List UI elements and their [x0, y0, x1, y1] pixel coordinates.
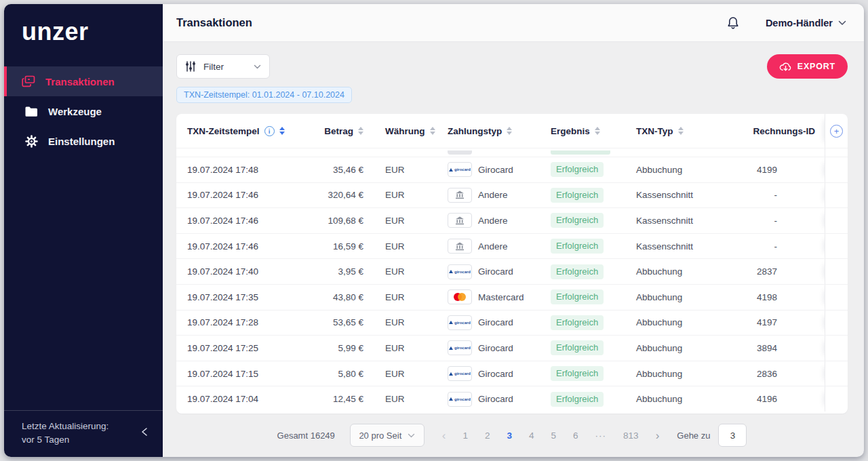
notifications-bell-icon[interactable] [726, 16, 740, 31]
info-icon[interactable] [264, 126, 275, 136]
column-header[interactable]: Zahlungstyp [438, 126, 541, 136]
result-badge: Erfolgreich [551, 340, 604, 355]
invoice-id-cell: 4198 [719, 292, 825, 302]
invoice-id-cell: 4199 [719, 165, 825, 175]
payment-type-cell: Mastercard [438, 289, 541, 304]
chevron-down-icon [838, 20, 846, 26]
page-number-1[interactable]: 1 [463, 430, 469, 441]
column-label: Zahlungstyp [448, 126, 502, 136]
page-size-select[interactable]: 20 pro Seit [350, 424, 425, 447]
table-row[interactable]: 19.07.2024 17:46 109,68 € EUR Andere Erf… [176, 207, 848, 233]
invoice-id-cell: 3894 [719, 343, 825, 353]
table-row[interactable]: 19.07.2024 17:04 12,45 € EUR girocard Gi… [176, 386, 848, 412]
result-cell: Erfolgreich [541, 340, 627, 355]
sort-icon[interactable] [279, 127, 285, 135]
txn-type-cell: Abbuchung [627, 165, 719, 175]
table-row[interactable]: 19.07.2024 17:25 5,99 € EUR girocard Gir… [176, 335, 848, 361]
gear-icon [24, 135, 38, 148]
row-action-cell [825, 361, 848, 386]
txn-timestamp-filter-chip[interactable]: TXN-Zeitstempel: 01.01.2024 - 07.10.2024 [176, 87, 352, 103]
table-row-partial[interactable] [176, 148, 848, 157]
previous-page-icon[interactable]: ‹ [442, 430, 446, 441]
folder-icon [24, 106, 38, 117]
add-column-icon[interactable] [830, 125, 843, 138]
table-row[interactable]: 19.07.2024 17:15 5,80 € EUR girocard Gir… [176, 361, 848, 386]
export-button[interactable]: EXPORT [767, 54, 848, 79]
column-header[interactable]: Rechnungs-ID [719, 126, 825, 136]
column-label: Rechnungs-ID [753, 126, 815, 136]
table-row[interactable]: 19.07.2024 17:48 35,46 € EUR girocard Gi… [176, 157, 848, 182]
page-number-813[interactable]: 813 [623, 430, 639, 441]
payment-type-label: Girocard [478, 165, 513, 175]
txn-type-cell: Abbuchung [627, 394, 719, 404]
table-row[interactable]: 19.07.2024 17:46 320,64 € EUR Andere Erf… [176, 182, 848, 208]
sidebar: unzer Transaktionen Werkzeuge Einstellun… [4, 4, 163, 457]
table-row[interactable]: 19.07.2024 17:46 16,59 € EUR Andere Erfo… [176, 233, 848, 259]
result-badge: Erfolgreich [551, 366, 604, 381]
sidebar-footer: Letzte Aktualisierung: vor 5 Tagen [4, 410, 163, 458]
column-label: Betrag [324, 126, 353, 136]
page-number-3[interactable]: 3 [507, 430, 513, 441]
page-list: 123456···813 [463, 430, 639, 441]
table-row[interactable]: 19.07.2024 17:28 53,65 € EUR girocard Gi… [176, 310, 848, 336]
export-label: EXPORT [797, 62, 835, 71]
result-cell: Erfolgreich [541, 315, 627, 330]
page-number-5[interactable]: 5 [551, 430, 557, 441]
cloud-download-icon [779, 61, 792, 72]
column-header[interactable]: TXN-Typ [627, 126, 719, 136]
result-cell: Erfolgreich [541, 188, 627, 203]
payment-type-label: Andere [478, 190, 508, 200]
bank-icon [448, 239, 472, 254]
column-header[interactable]: TXN-Zeitstempel [176, 126, 302, 136]
sidebar-item-werkzeuge[interactable]: Werkzeuge [4, 96, 163, 126]
mastercard-icon [448, 289, 472, 304]
column-header[interactable]: Betrag [302, 126, 376, 136]
chevron-down-icon [254, 64, 261, 69]
sidebar-item-einstellungen[interactable]: Einstellungen [4, 126, 163, 156]
row-action-cell [825, 310, 848, 336]
invoice-id-cell: - [719, 241, 825, 252]
result-badge: Erfolgreich [551, 264, 604, 279]
payment-type-label: Andere [478, 216, 508, 226]
column-header[interactable]: Währung [376, 126, 438, 136]
table-row[interactable]: 19.07.2024 17:35 43,80 € EUR Mastercard … [176, 284, 848, 310]
page-size-value: 20 pro Seit [359, 430, 401, 441]
invoice-id-cell: 4196 [719, 394, 825, 404]
sort-icon[interactable] [430, 127, 435, 135]
sort-icon[interactable] [678, 127, 684, 135]
page-number-4[interactable]: 4 [529, 430, 534, 441]
clipped-result-badge [551, 151, 610, 155]
filter-button[interactable]: Filter [176, 54, 270, 79]
goto-label: Gehe zu [677, 430, 710, 441]
payment-type-cell: girocard Girocard [438, 162, 541, 177]
amount-cell: 43,80 € [302, 292, 376, 302]
payment-type-label: Girocard [478, 394, 513, 404]
sidebar-item-transaktionen[interactable]: Transaktionen [4, 66, 163, 96]
content: Filter EXPORT TXN-Zeitstempel: 01.01.202… [163, 42, 864, 457]
txn-type-cell: Abbuchung [627, 292, 719, 302]
unzer-logo: unzer [4, 4, 163, 57]
pagination-bar: Gesamt 16249 20 pro Seit ‹ 123456···813 … [176, 414, 848, 457]
txn-timestamp-cell: 19.07.2024 17:28 [176, 317, 302, 327]
payment-type-cell: Andere [438, 188, 541, 203]
payment-type-cell: girocard Girocard [438, 264, 541, 279]
goto-page-input[interactable] [718, 424, 747, 447]
account-menu[interactable]: Demo-Händler [766, 18, 846, 28]
sort-icon[interactable] [507, 127, 512, 135]
result-cell: Erfolgreich [541, 289, 627, 304]
pager: ‹ 123456···813 › [442, 430, 659, 441]
next-page-icon[interactable]: › [656, 430, 660, 441]
payment-type-label: Girocard [478, 343, 513, 353]
collapse-sidebar-icon[interactable] [138, 424, 151, 442]
page-number-2[interactable]: 2 [485, 430, 490, 441]
sort-icon[interactable] [358, 127, 363, 135]
column-label: Währung [385, 126, 425, 136]
column-header[interactable]: Ergebnis [541, 126, 627, 136]
page-number-6[interactable]: 6 [573, 430, 578, 441]
table-row[interactable]: 19.07.2024 17:40 3,95 € EUR girocard Gir… [176, 258, 848, 284]
amount-cell: 53,65 € [302, 317, 376, 327]
sort-icon[interactable] [595, 127, 600, 135]
payment-type-label: Girocard [478, 317, 513, 327]
toolbar: Filter EXPORT [176, 54, 848, 79]
app-window: unzer Transaktionen Werkzeuge Einstellun… [4, 4, 864, 457]
